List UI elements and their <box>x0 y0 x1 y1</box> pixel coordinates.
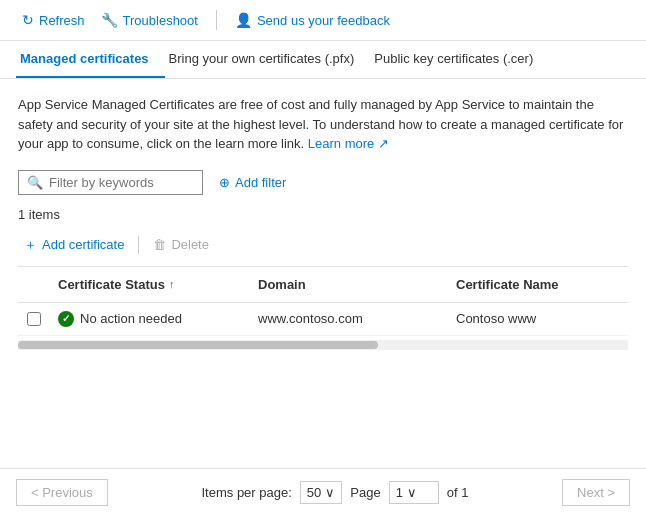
refresh-icon: ↻ <box>22 12 34 28</box>
filter-input-wrap: 🔍 <box>18 170 203 195</box>
page-select[interactable]: 1 ∨ <box>389 481 439 504</box>
toolbar-divider <box>216 10 217 30</box>
row-domain-cell: www.contoso.com <box>250 307 448 330</box>
dropdown-chevron-icon: ∨ <box>325 485 335 500</box>
domain-header-col: Domain <box>250 273 448 296</box>
tab-public-key[interactable]: Public key certificates (.cer) <box>370 41 549 78</box>
pagination-footer: < Previous Items per page: 50 ∨ Page 1 ∨… <box>0 468 646 516</box>
pagination-center: Items per page: 50 ∨ Page 1 ∨ of 1 <box>202 481 469 504</box>
tabs-bar: Managed certificates Bring your own cert… <box>0 41 646 79</box>
table-header: Certificate Status ↑ Domain Certificate … <box>18 267 628 303</box>
tab-managed-certificates[interactable]: Managed certificates <box>16 41 165 78</box>
checkbox-header-col <box>18 273 50 296</box>
items-count: 1 items <box>18 207 628 222</box>
troubleshoot-label: Troubleshoot <box>123 13 198 28</box>
external-link-icon: ↗ <box>378 136 389 151</box>
action-divider <box>138 236 139 254</box>
page-chevron-icon: ∨ <box>407 485 417 500</box>
previous-button[interactable]: < Previous <box>16 479 108 506</box>
add-icon: ＋ <box>24 236 37 254</box>
filter-row: 🔍 ⊕ Add filter <box>18 170 628 195</box>
name-header-col: Certificate Name <box>448 273 628 296</box>
add-filter-button[interactable]: ⊕ Add filter <box>213 171 292 194</box>
row-name-cell: Contoso www <box>448 307 628 330</box>
feedback-button[interactable]: 👤 Send us your feedback <box>229 8 396 32</box>
next-button[interactable]: Next > <box>562 479 630 506</box>
row-status-cell: No action needed <box>50 307 250 331</box>
toolbar: ↻ Refresh 🔧 Troubleshoot 👤 Send us your … <box>0 0 646 41</box>
delete-icon: 🗑 <box>153 237 166 252</box>
learn-more-link[interactable]: Learn more ↗ <box>308 136 389 151</box>
items-per-page-select[interactable]: 50 ∨ <box>300 481 342 504</box>
add-filter-icon: ⊕ <box>219 175 230 190</box>
add-certificate-button[interactable]: ＋ Add certificate <box>18 232 130 258</box>
feedback-icon: 👤 <box>235 12 252 28</box>
row-checkbox-cell <box>18 308 50 330</box>
filter-input[interactable] <box>49 175 194 190</box>
refresh-button[interactable]: ↻ Refresh <box>16 8 91 32</box>
refresh-label: Refresh <box>39 13 85 28</box>
delete-button[interactable]: 🗑 Delete <box>147 233 215 256</box>
description-text: App Service Managed Certificates are fre… <box>18 95 628 154</box>
main-content: App Service Managed Certificates are fre… <box>0 79 646 350</box>
feedback-label: Send us your feedback <box>257 13 390 28</box>
status-success-icon <box>58 311 74 327</box>
troubleshoot-icon: 🔧 <box>101 12 118 28</box>
table-row: No action needed www.contoso.com Contoso… <box>18 303 628 336</box>
troubleshoot-button[interactable]: 🔧 Troubleshoot <box>95 8 204 32</box>
sort-arrow-icon: ↑ <box>169 278 175 290</box>
row-checkbox[interactable] <box>27 312 41 326</box>
search-icon: 🔍 <box>27 175 43 190</box>
tab-bring-your-own[interactable]: Bring your own certificates (.pfx) <box>165 41 371 78</box>
action-bar: ＋ Add certificate 🗑 Delete <box>18 232 628 267</box>
certificates-table: Certificate Status ↑ Domain Certificate … <box>18 267 628 336</box>
horizontal-scrollbar[interactable] <box>18 340 628 350</box>
scrollbar-thumb[interactable] <box>18 341 378 349</box>
status-header-col: Certificate Status ↑ <box>50 273 250 296</box>
